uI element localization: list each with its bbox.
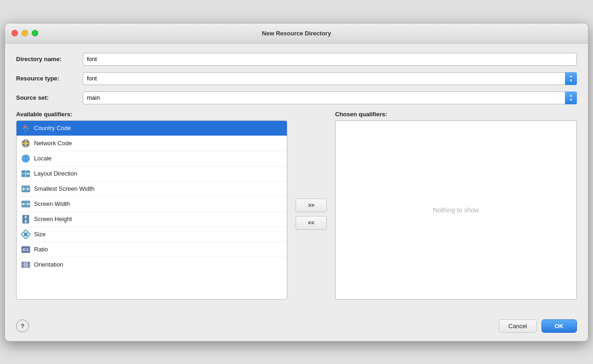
close-button[interactable] bbox=[11, 30, 18, 36]
maximize-button[interactable] bbox=[32, 30, 38, 36]
new-resource-directory-dialog: New Resource Directory Directory name: R… bbox=[5, 23, 588, 341]
footer-action-buttons: Cancel OK bbox=[499, 319, 577, 333]
qualifier-label-screen-height: Screen Height bbox=[34, 216, 72, 222]
qualifier-label-screen-width: Screen Width bbox=[34, 200, 70, 207]
nothing-to-show-text: Nothing to show bbox=[433, 206, 479, 214]
size-icon bbox=[21, 230, 30, 239]
available-qualifiers-list: Country Code bbox=[16, 120, 287, 300]
qualifier-label-size: Size bbox=[34, 231, 46, 238]
svg-rect-43 bbox=[24, 262, 27, 267]
source-set-select-wrapper: main bbox=[83, 91, 577, 104]
qualifier-label-country-code: Country Code bbox=[34, 125, 71, 131]
network-code-icon bbox=[21, 139, 30, 148]
qualifier-item-layout-direction[interactable]: Layout Direction bbox=[17, 166, 287, 182]
directory-name-input[interactable] bbox=[83, 53, 577, 66]
qualifier-label-smallest-screen-width: Smallest Screen Width bbox=[34, 185, 95, 192]
qualifier-item-screen-height[interactable]: Screen Height bbox=[17, 212, 287, 227]
qualifier-label-locale: Locale bbox=[34, 155, 51, 162]
smallest-screen-width-icon bbox=[21, 184, 30, 193]
qualifier-item-network-code[interactable]: Network Code bbox=[17, 136, 287, 151]
available-qualifiers-panel: Available qualifiers: bbox=[16, 111, 287, 300]
locale-icon bbox=[21, 154, 30, 163]
directory-name-label: Directory name: bbox=[16, 56, 83, 63]
svg-rect-5 bbox=[23, 127, 26, 127]
qualifier-label-ratio: Ratio bbox=[34, 246, 48, 253]
ok-button[interactable]: OK bbox=[542, 319, 577, 333]
svg-rect-38 bbox=[24, 233, 28, 236]
chosen-qualifiers-list: Nothing to show bbox=[335, 120, 577, 300]
qualifier-label-layout-direction: Layout Direction bbox=[34, 170, 77, 177]
minimize-button[interactable] bbox=[22, 30, 28, 36]
remove-qualifier-button[interactable]: << bbox=[296, 216, 327, 230]
qualifier-item-smallest-screen-width[interactable]: Smallest Screen Width bbox=[17, 182, 287, 197]
qualifier-label-network-code: Network Code bbox=[34, 140, 72, 147]
svg-rect-4 bbox=[23, 126, 26, 126]
dialog-footer: ? Cancel OK bbox=[5, 313, 588, 341]
screen-height-icon bbox=[21, 215, 30, 224]
source-set-select[interactable]: main bbox=[83, 91, 577, 104]
source-set-label: Source set: bbox=[16, 94, 83, 101]
qualifier-item-country-code[interactable]: Country Code bbox=[17, 121, 287, 136]
svg-point-7 bbox=[24, 142, 27, 145]
chosen-qualifiers-panel: Chosen qualifiers: Nothing to show bbox=[335, 111, 577, 300]
qualifier-item-screen-width[interactable]: Screen Width bbox=[17, 197, 287, 212]
qualifier-label-orientation: Orientation bbox=[34, 261, 63, 268]
help-button[interactable]: ? bbox=[16, 319, 29, 332]
resource-type-label: Resource type: bbox=[16, 75, 83, 82]
screen-width-icon bbox=[21, 199, 30, 209]
window-controls bbox=[11, 30, 38, 36]
resource-type-select-wrapper: font bbox=[83, 72, 577, 85]
title-bar: New Resource Directory bbox=[5, 23, 588, 44]
cancel-button[interactable]: Cancel bbox=[499, 319, 536, 333]
qualifier-item-ratio[interactable]: 4:1 Ratio bbox=[17, 242, 287, 257]
qualifiers-section: Available qualifiers: bbox=[16, 111, 577, 304]
qualifier-item-orientation[interactable]: Orientation bbox=[17, 257, 287, 272]
qualifier-item-locale[interactable]: Locale bbox=[17, 151, 287, 166]
country-code-icon bbox=[21, 124, 30, 133]
resource-type-row: Resource type: font bbox=[16, 72, 577, 85]
directory-name-row: Directory name: bbox=[16, 53, 577, 66]
ratio-icon: 4:1 bbox=[21, 245, 30, 254]
layout-direction-icon bbox=[21, 169, 30, 178]
dialog-body: Directory name: Resource type: font Sour… bbox=[5, 44, 588, 313]
source-set-row: Source set: main bbox=[16, 91, 577, 104]
qualifier-transfer-buttons: >> << bbox=[293, 111, 330, 304]
qualifier-item-size[interactable]: Size bbox=[17, 227, 287, 242]
resource-type-select[interactable]: font bbox=[83, 72, 577, 85]
svg-text:4:1: 4:1 bbox=[23, 247, 29, 252]
add-qualifier-button[interactable]: >> bbox=[296, 199, 327, 212]
orientation-icon bbox=[21, 260, 30, 269]
available-qualifiers-label: Available qualifiers: bbox=[16, 111, 287, 118]
dialog-title: New Resource Directory bbox=[262, 30, 331, 37]
chosen-qualifiers-label: Chosen qualifiers: bbox=[335, 111, 577, 118]
